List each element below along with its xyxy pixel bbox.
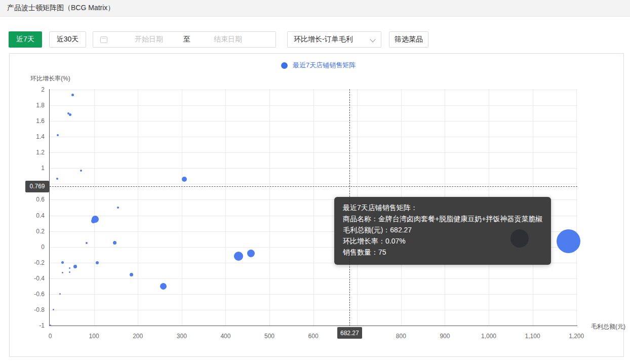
x-tick-label: 1,200	[569, 333, 584, 340]
v-gridline	[313, 89, 314, 326]
y-tick-label: 0.6	[24, 196, 45, 203]
y-tick-label: 1	[24, 165, 45, 172]
v-gridline	[576, 89, 577, 326]
x-axis-title: 毛利总额(元)	[591, 322, 625, 331]
x-tick-label: 900	[440, 333, 450, 340]
scatter-point[interactable]	[130, 273, 133, 276]
y-tick-label: 0.2	[24, 228, 45, 235]
h-gridline	[50, 168, 577, 169]
date-range-picker[interactable]: 开始日期 至 结束日期	[93, 31, 276, 48]
x-tick-label: 100	[89, 333, 99, 340]
date-separator-label: 至	[183, 35, 190, 44]
tooltip-line: 毛利总额(元)：682.27	[343, 224, 542, 235]
filter-dishes-button[interactable]: 筛选菜品	[389, 31, 428, 48]
y-axis-line	[49, 89, 50, 326]
x-tick-label: 500	[264, 333, 274, 340]
y-tick-label: 2	[24, 86, 45, 93]
scatter-point[interactable]	[56, 178, 58, 180]
x-tick-label: 0	[49, 333, 52, 340]
page-header: 产品波士顿矩阵图（BCG Matrix）	[0, 0, 630, 17]
y-tick-label: -0.4	[24, 275, 45, 282]
y-tick-label: -0.6	[24, 291, 45, 298]
calendar-icon	[100, 36, 107, 43]
page-title: 产品波士顿矩阵图（BCG Matrix）	[7, 4, 114, 13]
y-tick-label: -1	[24, 322, 45, 329]
scatter-point[interactable]	[96, 261, 99, 264]
tooltip-line: 环比增长率：0.07%	[343, 235, 542, 247]
x-tick-label: 600	[308, 333, 319, 340]
scatter-point[interactable]	[69, 267, 70, 269]
legend-item[interactable]: 最近7天店铺销售矩阵	[281, 61, 356, 70]
scatter-point[interactable]	[61, 261, 64, 264]
h-gridline	[50, 105, 577, 106]
h-gridline	[50, 294, 577, 295]
scatter-point[interactable]	[80, 170, 82, 172]
v-gridline	[94, 89, 95, 326]
y-axis-title: 环比增长率(%)	[30, 74, 70, 83]
tooltip-line: 最近7天店铺销售矩阵：	[343, 202, 542, 213]
v-gridline	[225, 89, 226, 326]
y-tick-label: 1.2	[24, 149, 45, 156]
scatter-point[interactable]	[73, 265, 77, 268]
h-gridline	[50, 184, 577, 184]
scatter-point[interactable]	[69, 271, 70, 273]
x-axis-line	[49, 326, 577, 326]
end-date-input[interactable]: 结束日期	[214, 35, 242, 44]
x-tick-label: 1,000	[481, 333, 496, 340]
range-7d-button[interactable]: 近7天	[9, 31, 42, 48]
h-gridline	[50, 278, 577, 279]
chart-tooltip: 最近7天店铺销售矩阵：商品名称：金牌台湾卤肉套餐+脱脂健康豆奶+拌饭神器贡菜脆椒…	[334, 197, 551, 265]
h-gridline	[50, 152, 577, 153]
x-tick-label: 1,100	[525, 333, 540, 340]
tooltip-line: 商品名称：金牌台湾卤肉套餐+脱脂健康豆奶+拌饭神器贡菜脆椒	[343, 213, 542, 224]
scatter-point[interactable]	[160, 283, 167, 290]
chevron-down-icon	[370, 36, 375, 42]
y-tick-label: 1.8	[24, 102, 45, 109]
scatter-point[interactable]	[247, 250, 255, 257]
x-tick-label: 300	[177, 333, 187, 340]
scatter-point[interactable]	[57, 134, 59, 136]
y-tick-label: 0	[24, 244, 45, 251]
h-gridline	[50, 137, 577, 137]
v-gridline	[269, 89, 270, 326]
y-tick-label: 1.6	[24, 117, 45, 125]
x-tick-label: 400	[220, 333, 230, 340]
y-tick-label: 1.4	[24, 133, 45, 140]
tooltip-line: 销售数量：75	[343, 247, 542, 258]
h-gridline	[50, 310, 577, 310]
scatter-point[interactable]	[86, 242, 88, 244]
legend-label: 最近7天店铺销售矩阵	[293, 61, 356, 70]
scatter-point[interactable]	[182, 177, 187, 182]
y-crosshair-badge: 0.769	[25, 181, 49, 192]
h-gridline	[50, 121, 577, 122]
y-tick-label: -0.8	[24, 306, 45, 313]
x-crosshair-badge: 682.27	[337, 327, 362, 339]
x-tick-label: 200	[133, 333, 143, 340]
y-tick-label: -0.2	[24, 259, 45, 266]
start-date-input[interactable]: 开始日期	[135, 35, 163, 44]
bcg-matrix-page: 产品波士顿矩阵图（BCG Matrix） 近7天 近30天 开始日期 至 结束日…	[0, 0, 630, 364]
y-tick-label: 0.4	[24, 212, 45, 219]
h-gridline	[50, 90, 577, 90]
metric-select[interactable]: 环比增长-订单毛利	[287, 31, 381, 48]
range-30d-button[interactable]: 近30天	[49, 31, 86, 48]
x-tick-label: 800	[396, 333, 406, 340]
v-gridline	[182, 89, 182, 326]
metric-select-value: 环比增长-订单毛利	[294, 35, 353, 44]
crosshair-horizontal	[50, 186, 577, 187]
legend-dot-icon	[281, 62, 288, 69]
v-gridline	[138, 89, 138, 326]
